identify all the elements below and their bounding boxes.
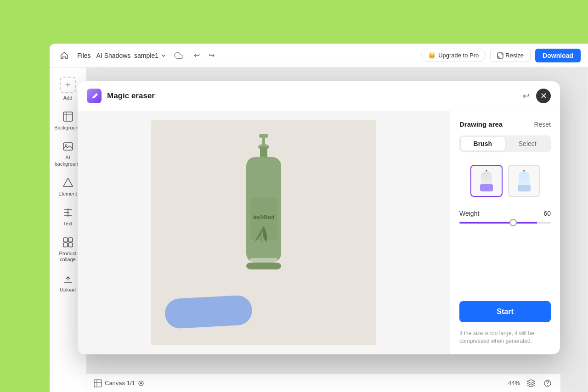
magic-eraser-icon (87, 89, 102, 103)
weight-value: 60 (543, 210, 551, 217)
drawing-area-title: Drawing area (459, 120, 503, 128)
modal-canvas-area[interactable]: insMind Some text line (78, 111, 450, 354)
brush-highlight (480, 184, 493, 191)
svg-text:insMind: insMind (253, 213, 275, 220)
brush-preview-1 (470, 165, 503, 197)
tool-tabs: Brush Select (459, 135, 551, 152)
select-tab[interactable]: Select (506, 137, 550, 151)
weight-label-row: Weight 60 (459, 210, 551, 217)
svg-rect-24 (246, 263, 281, 269)
brush-tab[interactable]: Brush (461, 137, 505, 151)
brush-tool-item-1[interactable] (470, 165, 503, 197)
modal-header: Magic eraser ↩ ↪ ✕ (78, 81, 560, 111)
brush-tool-item-2[interactable] (508, 165, 540, 197)
brush-preview-2 (508, 165, 540, 197)
magic-eraser-modal: Magic eraser ↩ ↪ ✕ (78, 81, 560, 354)
hint-text: If the size is too large, it will be com… (459, 330, 551, 345)
eraser-tip-bottom (518, 185, 531, 191)
weight-label: Weight (459, 210, 479, 217)
modal-title: Magic eraser (107, 91, 513, 101)
drawing-area-header: Drawing area Reset (459, 120, 551, 128)
weight-slider[interactable] (459, 222, 551, 224)
weight-section: Weight 60 (459, 210, 551, 224)
svg-rect-14 (259, 134, 268, 138)
modal-right-panel: Drawing area Reset Brush Select (450, 111, 560, 354)
modal-body: insMind Some text line (78, 111, 560, 354)
app-window: Files AI Shadows_sample1 ↩ ↪ 👑 Upgrade t… (50, 44, 588, 392)
reset-button[interactable]: Reset (534, 121, 551, 128)
modal-close-button[interactable]: ✕ (536, 89, 551, 103)
brush-tools (459, 159, 551, 202)
modal-undo-button[interactable]: ↩ (519, 89, 533, 103)
modal-overlay: Magic eraser ↩ ↪ ✕ (50, 44, 588, 392)
start-button[interactable]: Start (459, 301, 551, 322)
spacer (459, 231, 551, 294)
canvas-image: insMind Some text line (151, 120, 376, 345)
